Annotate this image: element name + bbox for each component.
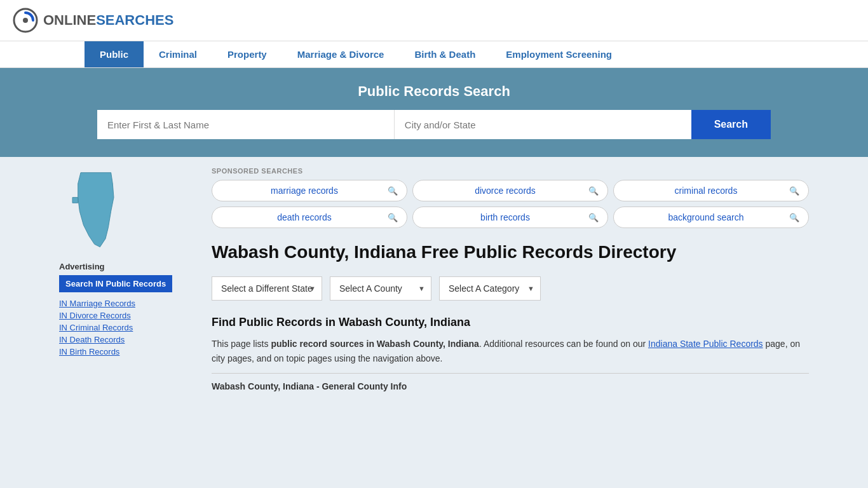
sponsored-text-divorce: divorce records — [422, 186, 588, 196]
desc-part2: . Additional resources can be found on o… — [479, 339, 648, 349]
nav-item-employment[interactable]: Employment Screening — [491, 41, 627, 67]
sponsored-text-marriage: marriage records — [221, 186, 388, 196]
sidebar: Advertising Search IN Public Records IN … — [59, 167, 199, 391]
location-input[interactable] — [395, 110, 691, 139]
search-bar: Search — [97, 110, 771, 139]
logo-text: ONLINE SEARCHES — [43, 12, 173, 29]
sponsored-text-birth: birth records — [422, 212, 588, 222]
logo-icon — [13, 8, 38, 33]
nav-item-property[interactable]: Property — [212, 41, 282, 67]
svg-point-1 — [23, 18, 28, 23]
sponsored-item-marriage[interactable]: marriage records 🔍 — [212, 180, 407, 201]
sidebar-link-divorce[interactable]: IN Divorce Records — [59, 311, 199, 320]
sponsored-item-background[interactable]: background search 🔍 — [613, 207, 809, 228]
sidebar-link-death[interactable]: IN Death Records — [59, 335, 199, 344]
search-icon-background: 🔍 — [789, 213, 799, 222]
nav-item-criminal[interactable]: Criminal — [144, 41, 212, 67]
search-button[interactable]: Search — [691, 110, 771, 139]
sponsored-text-criminal: criminal records — [623, 186, 789, 196]
category-dropdown-wrap: Select A Category — [439, 276, 541, 301]
page-heading: Wabash County, Indiana Free Public Recor… — [212, 241, 809, 264]
logo[interactable]: ONLINE SEARCHES — [13, 8, 173, 33]
sponsored-text-background: background search — [623, 212, 789, 222]
hero-section: Public Records Search Search — [0, 68, 868, 157]
desc-bold: public record sources in Wabash County, … — [271, 339, 479, 349]
sponsored-item-divorce[interactable]: divorce records 🔍 — [412, 180, 608, 201]
hero-title: Public Records Search — [13, 83, 855, 100]
search-icon-marriage: 🔍 — [388, 186, 398, 196]
name-input[interactable] — [97, 110, 395, 139]
find-heading: Find Public Records in Wabash County, In… — [212, 316, 809, 329]
sponsored-item-birth[interactable]: birth records 🔍 — [412, 207, 608, 228]
sidebar-links: IN Marriage Records IN Divorce Records I… — [59, 299, 199, 356]
sponsored-grid: marriage records 🔍 divorce records 🔍 cri… — [212, 180, 809, 228]
content-area: SPONSORED SEARCHES marriage records 🔍 di… — [212, 167, 809, 391]
search-icon-criminal: 🔍 — [789, 186, 799, 196]
category-dropdown[interactable]: Select A Category — [439, 276, 541, 301]
main-nav: Public Criminal Property Marriage & Divo… — [0, 41, 868, 68]
sidebar-link-marriage[interactable]: IN Marriage Records — [59, 299, 199, 308]
logo-searches: SEARCHES — [96, 12, 173, 29]
state-map-indiana — [59, 167, 135, 250]
nav-item-birth-death[interactable]: Birth & Death — [399, 41, 491, 67]
county-dropdown[interactable]: Select A County — [330, 276, 431, 301]
description-text: This page lists public record sources in… — [212, 337, 809, 365]
sponsored-item-criminal[interactable]: criminal records 🔍 — [613, 180, 809, 201]
desc-part1: This page lists — [212, 339, 271, 349]
main-content: Advertising Search IN Public Records IN … — [46, 157, 822, 402]
general-info-label: Wabash County, Indiana - General County … — [212, 381, 809, 391]
indiana-records-link[interactable]: Indiana State Public Records — [648, 339, 763, 349]
ad-button[interactable]: Search IN Public Records — [59, 275, 172, 292]
county-dropdown-wrap: Select A County — [330, 276, 431, 301]
state-dropdown[interactable]: Select a Different State — [212, 276, 322, 301]
advertising-label: Advertising — [59, 262, 199, 271]
state-dropdown-wrap: Select a Different State — [212, 276, 322, 301]
sponsored-label: SPONSORED SEARCHES — [212, 167, 809, 175]
dropdown-row: Select a Different State Select A County… — [212, 276, 809, 301]
sidebar-link-birth[interactable]: IN Birth Records — [59, 347, 199, 356]
site-header: ONLINE SEARCHES — [0, 0, 868, 41]
search-icon-death: 🔍 — [388, 213, 398, 222]
sponsored-item-death[interactable]: death records 🔍 — [212, 207, 407, 228]
logo-online: ONLINE — [43, 12, 96, 29]
sponsored-text-death: death records — [221, 212, 388, 222]
nav-item-marriage-divorce[interactable]: Marriage & Divorce — [282, 41, 400, 67]
sidebar-link-criminal[interactable]: IN Criminal Records — [59, 323, 199, 332]
search-icon-birth: 🔍 — [588, 213, 599, 222]
search-icon-divorce: 🔍 — [588, 186, 599, 196]
section-divider — [212, 373, 809, 374]
nav-item-public[interactable]: Public — [85, 41, 144, 67]
